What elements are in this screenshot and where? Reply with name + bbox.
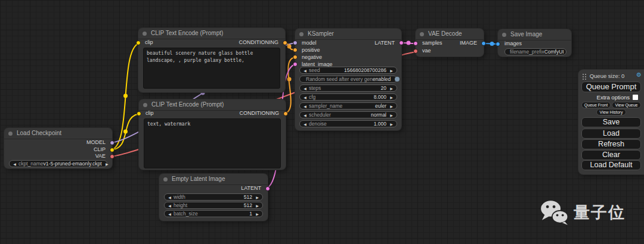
- widget-filename-prefix[interactable]: filename_prefix ComfyUI: [504, 48, 566, 55]
- widget-batch-size[interactable]: ◀ batch_size 1 ▶: [164, 210, 263, 217]
- node-empty-latent-image[interactable]: Empty Latent Image LATENT ◀ width 512 ▶ …: [159, 174, 268, 221]
- widget-scheduler[interactable]: ◀ scheduler normal ▶: [299, 111, 397, 118]
- save-button[interactable]: Save: [581, 117, 641, 127]
- port-latent-output[interactable]: [265, 186, 270, 191]
- port-image-output[interactable]: [481, 41, 486, 46]
- decrement-arrow-icon[interactable]: ◀: [302, 86, 308, 90]
- port-conditioning-output[interactable]: [283, 40, 287, 45]
- collapse-dot-icon[interactable]: [163, 177, 168, 182]
- widget-value: 1.000: [327, 121, 386, 127]
- port-clip-output[interactable]: [110, 148, 114, 152]
- input-label-clip: clip: [145, 110, 154, 116]
- widget-value: euler: [342, 103, 386, 109]
- increment-arrow-icon[interactable]: ▶: [389, 113, 394, 117]
- refresh-button[interactable]: Refresh: [581, 139, 641, 149]
- queue-size-label: Queue size: 0: [578, 73, 636, 79]
- widget-random-seed-toggle[interactable]: Random seed after every gen enabled: [299, 76, 397, 83]
- node-graph-canvas[interactable]: Load Checkpoint MODEL CLIP VAE ◀ ckpt_na…: [0, 0, 644, 244]
- port-images-input[interactable]: [496, 42, 500, 46]
- collapse-dot-icon[interactable]: [143, 32, 147, 36]
- decrement-arrow-icon[interactable]: ◀: [167, 204, 172, 208]
- node-title: CLIP Text Encode (Prompt): [151, 30, 223, 36]
- decrement-arrow-icon[interactable]: ◀: [302, 113, 308, 117]
- load-button[interactable]: Load: [581, 129, 641, 139]
- decrement-arrow-icon[interactable]: ◀: [167, 195, 172, 199]
- port-samples-input[interactable]: [413, 41, 418, 46]
- node-load-checkpoint[interactable]: Load Checkpoint MODEL CLIP VAE ◀ ckpt_na…: [4, 128, 112, 168]
- extra-options-checkbox[interactable]: [633, 95, 638, 100]
- increment-arrow-icon[interactable]: ▶: [389, 104, 394, 108]
- wire-clip-to-negative: [110, 114, 142, 150]
- collapse-dot-icon[interactable]: [8, 132, 13, 136]
- node-title-bar[interactable]: CLIP Text Encode (Prompt): [139, 99, 286, 111]
- queue-prompt-button[interactable]: Queue Prompt: [581, 82, 641, 92]
- node-title-bar[interactable]: KSampler: [295, 29, 401, 40]
- increment-arrow-icon[interactable]: ▶: [255, 212, 260, 216]
- extra-options-label: Extra options: [578, 94, 630, 101]
- increment-arrow-icon[interactable]: ▶: [389, 122, 394, 126]
- node-title-bar[interactable]: Save Image: [498, 29, 571, 40]
- collapse-dot-icon[interactable]: [420, 32, 424, 36]
- queue-front-button[interactable]: Queue Front: [581, 102, 611, 108]
- node-ksampler[interactable]: KSampler model positive negative latent_…: [295, 29, 401, 130]
- decrement-arrow-icon[interactable]: ◀: [302, 68, 308, 73]
- load-default-button[interactable]: Load Default: [581, 160, 641, 170]
- decrement-arrow-icon[interactable]: ◀: [302, 104, 308, 108]
- input-label-positive: positive: [302, 47, 320, 53]
- widget-width[interactable]: ◀ width 512 ▶: [164, 193, 263, 201]
- port-vae-output[interactable]: [110, 154, 114, 159]
- increment-arrow-icon[interactable]: ▶: [389, 95, 394, 99]
- widget-ckpt-name[interactable]: ◀ ckpt_name v1-5-pruned-emaonly.ckpt ▶: [9, 160, 107, 167]
- node-save-image[interactable]: Save Image images filename_prefix ComfyU…: [498, 29, 571, 57]
- port-model-input[interactable]: [293, 40, 298, 45]
- prompt-textarea[interactable]: beautiful scenery nature glass bottle la…: [143, 48, 280, 89]
- port-clip-input[interactable]: [137, 111, 141, 116]
- port-clip-input[interactable]: [136, 40, 141, 45]
- node-vae-decode[interactable]: VAE Decode samples vae IMAGE: [416, 29, 484, 57]
- input-label-negative: negative: [302, 54, 322, 60]
- gear-icon[interactable]: ⚙: [636, 71, 642, 78]
- node-clip-text-encode-negative[interactable]: CLIP Text Encode (Prompt) clip CONDITION…: [139, 99, 286, 170]
- widget-cfg[interactable]: ◀ cfg 8.000 ▶: [299, 93, 397, 101]
- widget-seed[interactable]: ◀ seed 156680208700286 ▶: [299, 67, 397, 74]
- widget-sampler-name[interactable]: ◀ sampler_name euler ▶: [299, 102, 397, 110]
- increment-arrow-icon[interactable]: ▶: [255, 204, 260, 208]
- collapse-dot-icon[interactable]: [299, 32, 304, 36]
- port-latent-image-input[interactable]: [293, 62, 298, 67]
- increment-arrow-icon[interactable]: ▶: [104, 162, 110, 166]
- node-clip-text-encode-positive[interactable]: CLIP Text Encode (Prompt) clip CONDITION…: [138, 28, 285, 92]
- prompt-textarea[interactable]: text, watermark: [144, 118, 281, 168]
- decrement-arrow-icon[interactable]: ◀: [302, 95, 308, 99]
- port-negative-input[interactable]: [293, 55, 298, 60]
- output-label-model: MODEL: [86, 139, 106, 145]
- clear-button[interactable]: Clear: [581, 150, 641, 160]
- widget-height[interactable]: ◀ height 512 ▶: [164, 202, 263, 209]
- widget-label: seed: [309, 67, 320, 73]
- wechat-icon: [540, 200, 569, 225]
- widget-label: scheduler: [309, 112, 331, 118]
- node-title-bar[interactable]: CLIP Text Encode (Prompt): [138, 28, 285, 39]
- decrement-arrow-icon[interactable]: ◀: [167, 212, 172, 216]
- node-title-bar[interactable]: Load Checkpoint: [4, 128, 112, 139]
- decrement-arrow-icon[interactable]: ◀: [302, 122, 308, 126]
- toggle-circle-icon[interactable]: [395, 77, 400, 82]
- view-queue-button[interactable]: View Queue: [612, 102, 641, 108]
- port-latent-output[interactable]: [399, 40, 404, 45]
- widget-denoise[interactable]: ◀ denoise 1.000 ▶: [299, 120, 397, 127]
- port-positive-input[interactable]: [293, 48, 298, 52]
- increment-arrow-icon[interactable]: ▶: [255, 195, 260, 199]
- increment-arrow-icon[interactable]: ▶: [389, 68, 394, 73]
- port-conditioning-output[interactable]: [283, 111, 288, 116]
- link-dot: [123, 130, 128, 134]
- port-vae-input[interactable]: [413, 49, 418, 54]
- widget-steps[interactable]: ◀ steps 20 ▶: [299, 85, 397, 92]
- collapse-dot-icon[interactable]: [502, 33, 506, 37]
- decrement-arrow-icon[interactable]: ◀: [12, 162, 17, 166]
- collapse-dot-icon[interactable]: [143, 103, 147, 107]
- increment-arrow-icon[interactable]: ▶: [389, 86, 394, 90]
- node-title-bar[interactable]: Empty Latent Image: [159, 174, 268, 185]
- port-model-output[interactable]: [110, 140, 114, 145]
- node-title-bar[interactable]: VAE Decode: [416, 29, 484, 40]
- view-history-button[interactable]: View History: [596, 109, 626, 115]
- widget-label: width: [174, 194, 185, 200]
